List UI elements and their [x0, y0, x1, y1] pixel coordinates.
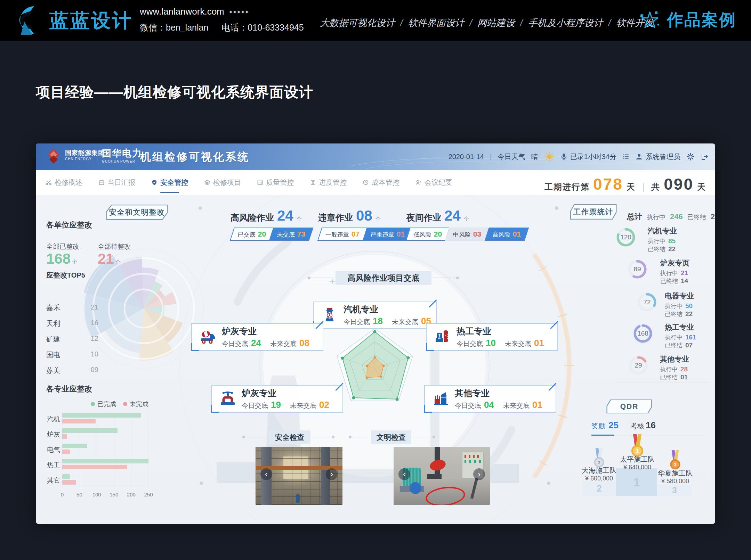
valve-icon [220, 390, 235, 408]
site-topbar: 蓝蓝设计 www.lanlanwork.com ▸▸▸▸▸ 微信：ben_lan… [0, 0, 751, 41]
wechat-label: 微信：ben_lanlan [140, 22, 208, 33]
tab-安全管控[interactable]: 安全管控 [151, 178, 188, 187]
stat-unit: 个 [464, 216, 469, 222]
badge-value: 20 [434, 230, 442, 238]
donut-running: 161 [685, 333, 696, 341]
gear-icon[interactable] [686, 153, 695, 161]
logout-icon[interactable] [701, 153, 709, 161]
layers-icon [204, 179, 210, 186]
tab-检修项目[interactable]: 检修项目 [204, 178, 241, 187]
future-label: 未来交底 [392, 318, 418, 327]
card-汽机专业: 汽机专业今日交底18未来交底05 [313, 302, 437, 329]
record-item[interactable]: 已录1小时34分 [560, 152, 616, 162]
service-separator: / [470, 18, 473, 28]
carousel-next-button[interactable]: › [326, 468, 338, 480]
hourglass-icon [310, 179, 316, 186]
calendar-icon [98, 179, 105, 186]
stat-badge-一般违章: 一般违章07 [317, 228, 368, 241]
sparkle-star-icon [639, 9, 661, 31]
done-label: 全部已整改 [46, 242, 79, 251]
donut-total: 120 [616, 227, 636, 247]
svg-text:1: 1 [636, 448, 639, 454]
qdr-badge: QDR [606, 400, 653, 413]
list-icon[interactable] [622, 153, 629, 160]
lanlan-logo-icon [12, 4, 44, 36]
boiler-icon [435, 328, 450, 346]
tab-label: 检修概述 [55, 178, 82, 187]
tab-label: 会议纪要 [425, 178, 452, 187]
dashboard-header: 国家能源集团 CHN ENERGY 国华电力 GUOHUA POWER 机组检修… [36, 143, 715, 170]
stat-value: 24 [277, 207, 293, 224]
stat-block-夜间作业: 夜间作业24个低风险20中风险03高风险01 [406, 207, 527, 241]
tab-当日汇报[interactable]: 当日汇报 [98, 178, 135, 187]
tab-label: 检修项目 [213, 178, 241, 187]
tab-质量管控[interactable]: 质量管控 [257, 178, 294, 187]
future-label: 未来交底 [503, 401, 530, 410]
today-label: 今日交底 [455, 401, 481, 410]
donut-电器专业: 72 [637, 292, 657, 312]
donut-finished: 22 [668, 245, 676, 253]
badge-label: 低风险 [414, 231, 431, 239]
tab-assess[interactable]: 考核 [630, 421, 644, 431]
bar-axis-tick: 0 [55, 492, 69, 497]
donut-text-电器专业: 电器专业执行中50已终结22 [665, 291, 694, 318]
factory-icon [433, 390, 449, 408]
donut-running: 28 [680, 365, 688, 373]
stat-label: 高风险作业 [231, 212, 274, 223]
workticket-totals: 总计 执行中 246 已终结 281 [627, 212, 715, 222]
future-label: 未来交底 [270, 339, 297, 348]
podium-amount: ¥ 580,000 [647, 478, 703, 485]
header-meta: 2020-01-14 | 今日天气 晴 已录1小时34分 [449, 143, 709, 170]
service-separator: / [608, 18, 611, 28]
top5-row: 国电10 [46, 350, 98, 360]
portfolio-block[interactable]: 作品案例 [639, 9, 736, 31]
carousel-next-button[interactable]: › [473, 468, 485, 480]
tab-成本管控[interactable]: 成本管控 [363, 178, 399, 187]
bar-axis-tick: 100 [90, 492, 104, 497]
civil-check-title: 文明检查 [371, 430, 411, 444]
truck-icon [200, 328, 216, 346]
future-value: 01 [532, 400, 542, 410]
donut-finished: 01 [680, 373, 688, 381]
top5-value: 21 [91, 303, 98, 313]
future-label: 未来交底 [290, 401, 316, 410]
contact-block: www.lanlanwork.com ▸▸▸▸▸ 微信：ben_lanlan 电… [140, 6, 304, 33]
carousel-prev-button[interactable]: ‹ [260, 468, 272, 480]
safety-check-title: 安全检查 [269, 430, 310, 444]
card-热工专业: 热工专业今日交底10未来交底01 [426, 323, 558, 351]
tab-reward[interactable]: 奖励 [591, 421, 605, 431]
service-item: 网站建设 [477, 17, 515, 29]
svg-text:2: 2 [598, 460, 600, 465]
microphone-icon [560, 153, 567, 161]
tab-进度管控[interactable]: 进度管控 [310, 178, 347, 187]
tab-会议纪要[interactable]: 会议纪要 [415, 178, 452, 187]
donut-running: 50 [685, 302, 693, 310]
portfolio-label[interactable]: 作品案例 [667, 9, 736, 31]
radar-section-title: 高风险作业项目交底 [336, 271, 431, 285]
tab-检修概述[interactable]: 检修概述 [46, 178, 82, 187]
carousel-prev-button[interactable]: ‹ [398, 468, 410, 480]
gauge-icon [363, 179, 369, 186]
top5-row: 矿建12 [46, 335, 98, 344]
tab-label: 成本管控 [372, 178, 399, 187]
system-title: 机组检修可视化系统 [140, 150, 250, 164]
shield-icon [151, 179, 158, 186]
bar-done [62, 428, 118, 433]
bar-done [62, 474, 70, 479]
stat-unit: 个 [376, 216, 381, 222]
donut-name: 炉灰专页 [660, 258, 689, 268]
meeting-icon [415, 179, 422, 186]
user-item[interactable]: 系统管理员 [635, 152, 680, 162]
top5-row: 嘉禾21 [46, 303, 98, 313]
wrench-icon [46, 179, 52, 186]
user-label: 系统管理员 [646, 152, 680, 162]
top5-name: 天利 [46, 319, 60, 328]
bar-category-label: 其它 [44, 476, 60, 485]
top5-value: 10 [91, 350, 98, 360]
tab-label: 质量管控 [266, 178, 294, 187]
today-value: 04 [484, 400, 494, 410]
legend-undone: 未完成 [123, 400, 148, 408]
website-link[interactable]: www.lanlanwork.com [140, 6, 224, 17]
donut-finished: 14 [681, 277, 688, 285]
donut-name: 电器专业 [665, 291, 694, 301]
